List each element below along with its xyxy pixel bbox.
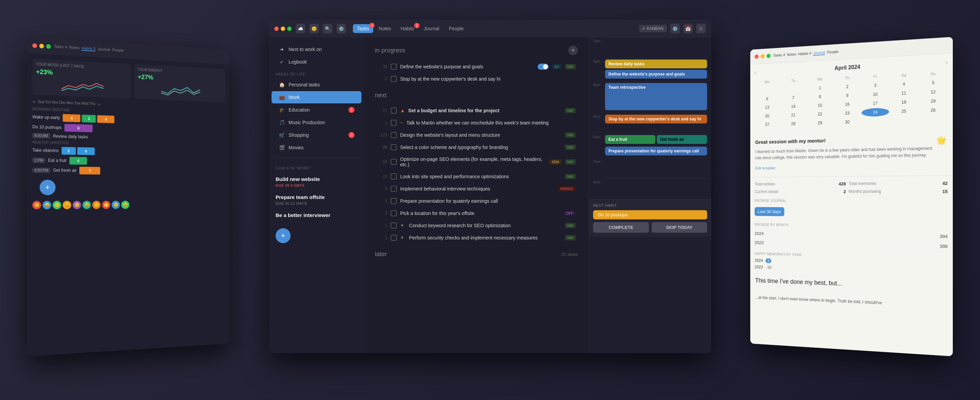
sidebar-item-music[interactable]: 🎵 Music Production bbox=[272, 116, 361, 129]
cal-date[interactable]: 1 bbox=[807, 83, 833, 92]
tl-red-right[interactable] bbox=[755, 54, 759, 59]
task-item-96[interactable]: 96 Select a color scheme and typography … bbox=[375, 141, 578, 153]
complete-button[interactable]: COMPLETE bbox=[593, 222, 649, 233]
tab-people[interactable]: People bbox=[445, 24, 468, 33]
tl-green-center[interactable] bbox=[287, 27, 292, 31]
prev-month-btn[interactable]: ‹ bbox=[755, 69, 757, 76]
in-progress-add-btn[interactable]: + bbox=[568, 46, 578, 55]
task-checkbox[interactable] bbox=[391, 186, 397, 192]
cal-date[interactable]: 6 bbox=[755, 95, 780, 103]
next-month-btn[interactable]: › bbox=[946, 59, 948, 66]
cal-date[interactable]: 9 bbox=[834, 91, 861, 100]
cal-date[interactable]: 7 bbox=[781, 93, 807, 102]
cal-date[interactable]: 14 bbox=[781, 102, 807, 111]
sidebar-add-button[interactable]: + bbox=[275, 228, 291, 243]
cal-date[interactable]: 21 bbox=[781, 111, 807, 119]
calendar-icon[interactable]: 📅 bbox=[683, 24, 693, 33]
task-item-hiring[interactable]: 5 Implement behavioral interview techniq… bbox=[375, 183, 578, 195]
sidebar-item-movies[interactable]: 🎬 Movies bbox=[272, 141, 361, 154]
cal-date[interactable]: 28 bbox=[781, 119, 807, 128]
task-item-32[interactable]: 32 Define the website's purpose and goal… bbox=[375, 60, 578, 73]
tl-red-center[interactable] bbox=[274, 27, 279, 31]
goal-better-interviewer[interactable]: Be a better interviewer bbox=[269, 209, 364, 223]
sidebar-logbook[interactable]: ✓ Logbook bbox=[272, 56, 361, 68]
gear-icon-right[interactable]: ⚙️ bbox=[670, 24, 680, 33]
rw-tasks-tab[interactable]: Tasks 4 bbox=[773, 53, 785, 58]
task-item-27[interactable]: 27 ▲ Set a budget and timeline for the p… bbox=[375, 105, 578, 117]
cal-date[interactable]: 23 bbox=[834, 109, 861, 118]
browse-last-30[interactable]: Last 30 days bbox=[755, 205, 948, 220]
toggle-switch[interactable] bbox=[538, 63, 549, 70]
cal-date[interactable]: 25 bbox=[890, 106, 918, 116]
task-item-martin[interactable]: 1 ~ Talk to Martin whether we can resche… bbox=[375, 117, 578, 129]
task-checkbox[interactable] bbox=[391, 120, 397, 126]
cal-date[interactable]: 3 bbox=[862, 81, 889, 90]
cal-date[interactable]: 17 bbox=[862, 98, 889, 108]
tab-notes[interactable]: Notes bbox=[375, 24, 395, 33]
cal-date[interactable]: 22 bbox=[807, 110, 833, 118]
task-checkbox[interactable] bbox=[391, 173, 397, 179]
tl-red-left[interactable] bbox=[32, 43, 37, 48]
cal-date-today[interactable]: 24 bbox=[862, 108, 889, 117]
task-checkbox[interactable] bbox=[391, 108, 397, 114]
rw-journal-tab[interactable]: Journal bbox=[813, 50, 825, 56]
tl-green-right[interactable] bbox=[767, 54, 771, 58]
task-item-security[interactable]: 1 ▼ Perform security checks and implemen… bbox=[375, 232, 578, 244]
task-item-123[interactable]: 123 Design the website's layout and menu… bbox=[375, 129, 578, 141]
cal-date[interactable]: 2 bbox=[834, 82, 861, 92]
task-checkbox[interactable] bbox=[391, 235, 397, 241]
cal-date[interactable]: 18 bbox=[890, 98, 918, 107]
tl-yellow-center[interactable] bbox=[281, 27, 285, 31]
cal-date[interactable]: 26 bbox=[919, 105, 948, 115]
task-checkbox[interactable] bbox=[391, 222, 397, 229]
kanban-badge[interactable]: ≡ KANBAN bbox=[639, 25, 667, 32]
sidebar-item-personal[interactable]: 🏠 Personal tasks bbox=[272, 79, 361, 91]
cal-date[interactable]: 15 bbox=[807, 101, 833, 110]
lw-people-tab[interactable]: People bbox=[112, 48, 124, 53]
task-item-keyword[interactable]: 1 ▼ Conduct keyword research for SEO opt… bbox=[375, 219, 578, 232]
task-item-quarterly[interactable]: 3 Prepare presentation for quaterly earn… bbox=[375, 195, 578, 207]
cal-event-retro[interactable]: Team retrospective bbox=[605, 83, 707, 110]
lw-habits-tab[interactable]: Habits 3 bbox=[81, 46, 95, 52]
task-checkbox[interactable] bbox=[391, 210, 397, 216]
cal-date[interactable]: 30 bbox=[834, 118, 861, 127]
list-icon[interactable]: ☰ bbox=[696, 24, 706, 33]
task-checkbox[interactable] bbox=[391, 76, 397, 82]
cal-date[interactable]: 19 bbox=[919, 96, 948, 106]
task-item-seo[interactable]: 15 Optimize on-page SEO elements (for ex… bbox=[375, 153, 578, 170]
tab-tasks[interactable]: Tasks 4 bbox=[353, 24, 373, 33]
cal-date[interactable]: 5 bbox=[919, 78, 948, 88]
collapse-icon[interactable]: ▼ bbox=[400, 223, 404, 228]
gear-icon-center[interactable]: ⚙️ bbox=[337, 24, 346, 33]
cal-date[interactable]: 13 bbox=[755, 103, 780, 112]
task-checkbox[interactable] bbox=[391, 198, 397, 204]
search-icon-center[interactable]: 🔍 bbox=[323, 24, 332, 33]
cal-date[interactable]: 12 bbox=[919, 87, 948, 97]
cal-event-fruit[interactable]: Eat a fruit bbox=[605, 135, 655, 144]
sidebar-item-education[interactable]: 🎓 Education 1 bbox=[272, 104, 361, 116]
rw-people-tab[interactable]: People bbox=[827, 49, 839, 55]
cal-event-define[interactable]: Define the website's purpose and goals bbox=[605, 70, 707, 79]
cal-date[interactable]: 4 bbox=[890, 79, 918, 89]
collapse-icon2[interactable]: ▼ bbox=[400, 235, 404, 240]
cal-date[interactable]: 20 bbox=[755, 111, 780, 121]
goal-build-website[interactable]: Build new website DUE IN 4 DAYS bbox=[269, 173, 364, 191]
task-checkbox[interactable] bbox=[391, 63, 397, 70]
cal-date[interactable]: 11 bbox=[890, 89, 918, 98]
task-item-2[interactable]: 2 Stop by at the new copywriter's desk a… bbox=[375, 73, 578, 85]
lw-tasks-tab[interactable]: Tasks 4 bbox=[54, 44, 67, 50]
cal-date[interactable]: 8 bbox=[807, 92, 833, 102]
cal-event-fresh-air[interactable]: Get fresh air bbox=[657, 135, 707, 144]
cal-date[interactable]: 27 bbox=[755, 120, 780, 129]
lw-journal-tab[interactable]: Journal bbox=[98, 47, 110, 52]
goal-prepare-offsite[interactable]: Prepare team offsite DUE IN 21 DAYS bbox=[269, 191, 364, 209]
tl-green-left[interactable] bbox=[46, 44, 51, 49]
lw-notes-tab[interactable]: Notes bbox=[69, 45, 79, 51]
cal-date[interactable]: 16 bbox=[834, 100, 861, 109]
task-checkbox[interactable] bbox=[391, 132, 397, 138]
task-checkbox[interactable] bbox=[391, 144, 397, 150]
cal-date[interactable]: 29 bbox=[807, 118, 833, 127]
skip-button[interactable]: SKIP TODAY bbox=[652, 222, 708, 233]
edit-template-btn[interactable]: Edit template bbox=[755, 166, 775, 170]
tab-journal[interactable]: Journal bbox=[420, 24, 443, 33]
